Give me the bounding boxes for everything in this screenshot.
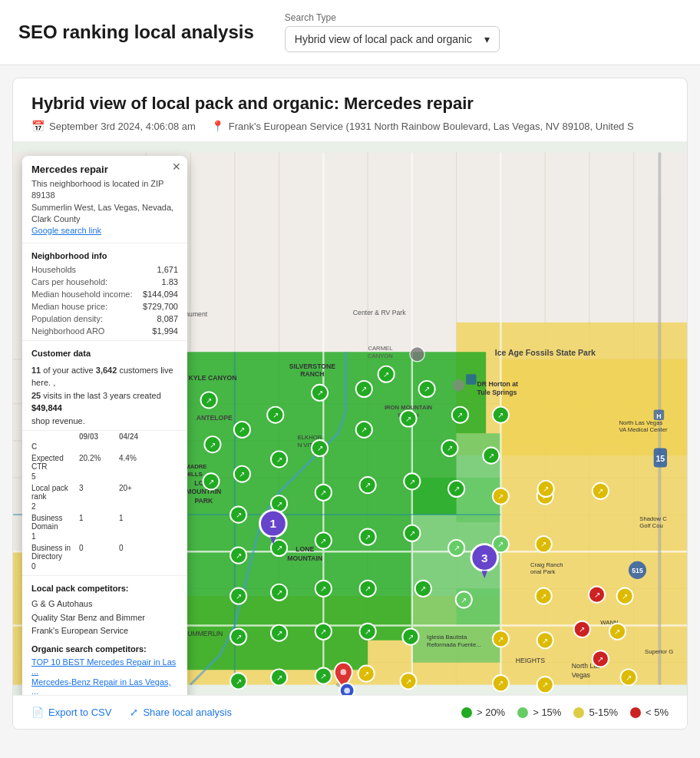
svg-text:↗: ↗	[365, 481, 371, 489]
customer-section-title: Customer data	[22, 344, 187, 361]
svg-text:SILVERSTONE: SILVERSTONE	[289, 362, 336, 370]
analysis-meta: 📅 September 3rd 2024, 4:06:08 am 📍 Frank…	[31, 120, 669, 132]
svg-text:↗: ↗	[365, 584, 371, 593]
legend-dot-light-green	[517, 707, 528, 718]
table-row-ctr: Expected CTR 20.2% 4.4% 5	[22, 452, 187, 482]
svg-text:CARMEL: CARMEL	[368, 345, 393, 352]
svg-text:↗: ↗	[542, 680, 548, 689]
footer-bar: 📄 Export to CSV ⤢ Share local analysis >…	[13, 695, 687, 729]
svg-text:↗: ↗	[615, 627, 621, 636]
svg-text:↗: ↗	[208, 478, 214, 486]
svg-text:Tule Springs: Tule Springs	[477, 389, 517, 396]
legend-item-yellow: 5-15%	[573, 707, 618, 718]
analysis-location: Frank's European Service (1931 North Rai…	[229, 121, 634, 132]
svg-text:↗: ↗	[276, 455, 282, 464]
divider-1	[22, 243, 187, 243]
export-csv-link[interactable]: 📄 Export to CSV	[31, 707, 111, 718]
data-row-aro: Neighborhood ARO $1,994	[22, 325, 187, 337]
svg-text:↗: ↗	[361, 425, 367, 434]
svg-text:↗: ↗	[540, 592, 546, 601]
data-row-households: Households 1,671	[22, 263, 187, 276]
svg-text:↗: ↗	[236, 592, 242, 601]
export-icon: 📄	[31, 707, 44, 718]
neighborhood-data: Households 1,671 Cars per household: 1.8…	[22, 263, 187, 337]
legend-item-dark-green: > 20%	[461, 707, 505, 718]
svg-text:↗: ↗	[497, 411, 504, 419]
analysis-date: September 3rd 2024, 4:06:08 am	[49, 121, 196, 132]
svg-text:↗: ↗	[454, 544, 460, 552]
svg-text:↗: ↗	[276, 588, 282, 597]
svg-text:↗: ↗	[597, 487, 603, 495]
table-row-domain: Business Domain 1 1 1	[22, 512, 187, 542]
table-row-rank: Local pack rank 3 20+ 2	[22, 482, 187, 512]
popup-zip-info: This neighborhood is located in ZIP 8913…	[31, 178, 178, 226]
customer-data: 11 of your active 3,642 customers live h…	[22, 361, 187, 431]
data-row-house-price: Median house price: $729,700	[22, 300, 187, 313]
svg-text:DR Horton at: DR Horton at	[477, 380, 518, 388]
location-icon: 📍	[211, 120, 224, 132]
svg-text:↗: ↗	[405, 677, 411, 686]
share-label: Share local analysis	[143, 707, 232, 718]
search-type-dropdown[interactable]: Hybrid view of local pack and organic ▾	[285, 26, 500, 52]
svg-text:Shadow C: Shadow C	[639, 515, 667, 522]
table-header: 09/03 04/24 C	[22, 430, 187, 452]
svg-text:↗: ↗	[320, 488, 326, 497]
svg-text:ANTELOPE: ANTELOPE	[196, 414, 233, 422]
svg-text:515: 515	[632, 567, 643, 574]
svg-text:↗: ↗	[540, 541, 546, 549]
data-row-income: Median household income: $144,094	[22, 288, 187, 300]
svg-text:MOUNTAIN: MOUNTAIN	[287, 554, 322, 562]
svg-text:↗: ↗	[365, 533, 371, 541]
svg-text:↗: ↗	[420, 584, 426, 593]
share-analysis-link[interactable]: ⤢ Share local analysis	[130, 707, 232, 718]
svg-point-240	[340, 669, 346, 675]
svg-text:↗: ↗	[454, 485, 460, 493]
revenue-amount: $49,844	[31, 403, 62, 412]
svg-text:↗: ↗	[409, 529, 415, 538]
legend-label-2: > 15%	[533, 707, 561, 718]
svg-text:↗: ↗	[236, 677, 242, 686]
svg-rect-46	[466, 374, 476, 384]
svg-text:1: 1	[270, 517, 277, 530]
date-meta: 📅 September 3rd 2024, 4:06:08 am	[31, 120, 196, 132]
svg-text:LONE: LONE	[296, 545, 314, 553]
svg-text:↗: ↗	[365, 627, 371, 636]
svg-text:↗: ↗	[276, 500, 282, 508]
main-content: Hybrid view of local pack and organic: M…	[12, 78, 688, 730]
svg-text:↗: ↗	[626, 674, 632, 682]
search-type-label: Search Type	[285, 12, 500, 23]
legend-dot-red	[630, 707, 641, 718]
legend-dot-dark-green	[461, 707, 472, 718]
svg-text:SUMMERLIN: SUMMERLIN	[183, 630, 223, 637]
location-meta: 📍 Frank's European Service (1931 North R…	[211, 120, 634, 132]
svg-text:↗: ↗	[497, 541, 504, 549]
svg-text:HILLS: HILLS	[185, 471, 202, 478]
svg-text:Reformada Fuente...: Reformada Fuente...	[427, 641, 481, 648]
svg-text:↗: ↗	[320, 584, 326, 593]
svg-text:↗: ↗	[597, 655, 603, 664]
organic-link-2[interactable]: Mercedes-Benz Repair in Las Vegas, ...	[22, 677, 187, 695]
svg-text:PARK: PARK	[194, 497, 213, 505]
popup-close-button[interactable]: ✕	[172, 161, 181, 173]
svg-text:↗: ↗	[497, 680, 504, 688]
svg-text:↗: ↗	[317, 444, 323, 452]
organic-link-1[interactable]: TOP 10 BEST Mercedes Repair in Las ...	[22, 657, 187, 677]
svg-text:KYLE CANYON: KYLE CANYON	[188, 374, 236, 382]
local-pack-competitors: G & G Autohaus Quality Star Benz and Bim…	[22, 596, 187, 640]
svg-point-44	[453, 379, 464, 391]
svg-text:↗: ↗	[579, 625, 585, 634]
map-container: 15 515 H KYLE CANYON SILVERSTONE RANCH C…	[13, 142, 687, 695]
svg-text:↗: ↗	[424, 385, 430, 393]
legend-label-3: 5-15%	[589, 707, 618, 718]
svg-text:↗: ↗	[543, 485, 549, 493]
svg-text:↗: ↗	[488, 452, 494, 460]
header: SEO ranking local analysis Search Type H…	[0, 0, 700, 65]
svg-text:↗: ↗	[276, 674, 282, 682]
organic-section-title: Organic search competitors:	[22, 640, 187, 657]
google-search-link[interactable]: Google search link	[31, 226, 101, 235]
svg-text:↗: ↗	[542, 637, 548, 645]
svg-text:Center & RV Park: Center & RV Park	[353, 309, 406, 316]
export-label: Export to CSV	[48, 707, 111, 718]
svg-text:↗: ↗	[236, 511, 242, 519]
search-type-section: Search Type Hybrid view of local pack an…	[285, 12, 500, 52]
